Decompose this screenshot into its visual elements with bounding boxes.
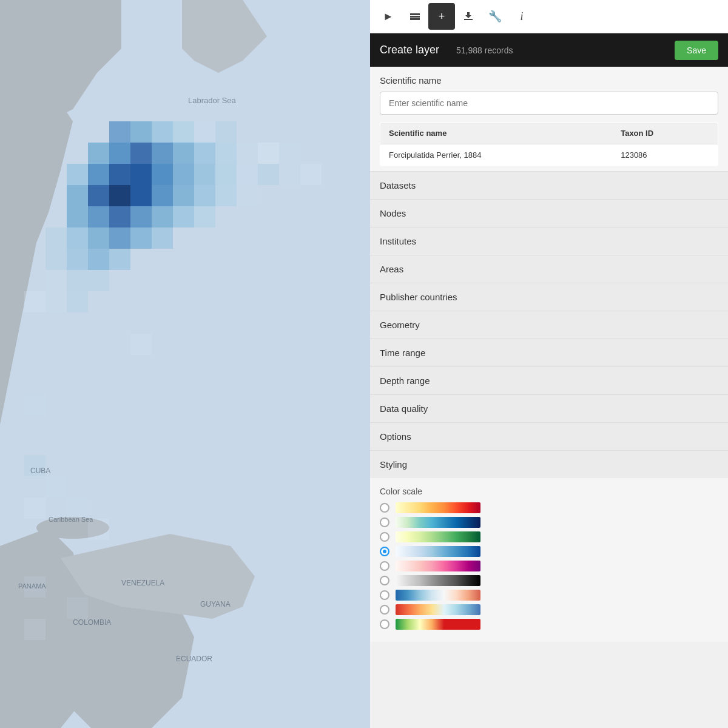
- filter-row-data-quality[interactable]: Data quality: [370, 394, 728, 422]
- scientific-name-table: Scientific name Taxon ID Forcipulatida P…: [380, 122, 718, 166]
- svg-rect-20: [88, 164, 109, 185]
- svg-rect-24: [173, 164, 194, 185]
- svg-rect-51: [130, 228, 152, 249]
- color-scale-row[interactable]: [380, 590, 718, 601]
- content-panel: Scientific name Scientific name Taxon ID…: [370, 67, 728, 728]
- color-scale-row[interactable]: [380, 575, 718, 586]
- table-col-name: Scientific name: [380, 123, 613, 144]
- svg-rect-34: [130, 185, 152, 206]
- color-gradient: [396, 604, 480, 615]
- save-button[interactable]: Save: [675, 41, 718, 60]
- layers-icon[interactable]: [402, 3, 428, 30]
- filter-row-publisher-countries[interactable]: Publisher countries: [370, 283, 728, 311]
- svg-text:Labrador Sea: Labrador Sea: [188, 96, 237, 105]
- svg-rect-18: [279, 143, 300, 164]
- svg-rect-7: [194, 121, 215, 143]
- svg-rect-22: [130, 164, 152, 185]
- color-scale-radio[interactable]: [380, 503, 389, 513]
- color-scale-radio[interactable]: [380, 605, 389, 615]
- scientific-name-label: Scientific name: [380, 75, 718, 86]
- color-scale-row[interactable]: [380, 604, 718, 615]
- svg-rect-33: [109, 185, 130, 206]
- map-area[interactable]: Labrador Sea CUBA Caribbean Sea VENEZUEL…: [0, 0, 370, 728]
- svg-rect-19: [67, 164, 88, 185]
- wrench-icon[interactable]: 🔧: [482, 3, 508, 30]
- color-scale-radio[interactable]: [380, 532, 389, 542]
- svg-rect-71: [24, 619, 46, 640]
- color-scale-row[interactable]: [380, 619, 718, 630]
- svg-rect-8: [215, 121, 237, 143]
- color-scale-row[interactable]: [380, 531, 718, 542]
- filter-row-options[interactable]: Options: [370, 422, 728, 450]
- svg-rect-58: [67, 270, 88, 291]
- svg-rect-12: [152, 143, 173, 164]
- filter-row-institutes[interactable]: Institutes: [370, 227, 728, 255]
- color-scales-list: [380, 502, 718, 630]
- svg-rect-57: [46, 270, 67, 291]
- color-scale-row[interactable]: [380, 502, 718, 513]
- svg-rect-52: [152, 228, 173, 249]
- scientific-name-input[interactable]: [380, 92, 718, 115]
- header-bar: Create layer 51,988 records Save: [370, 33, 728, 67]
- color-scale-radio[interactable]: [380, 547, 389, 556]
- color-scale-row[interactable]: [380, 546, 718, 557]
- svg-rect-40: [67, 206, 88, 228]
- svg-rect-83: [410, 18, 420, 20]
- svg-rect-44: [152, 206, 173, 228]
- svg-rect-23: [152, 164, 173, 185]
- svg-rect-35: [152, 185, 173, 206]
- svg-rect-62: [67, 291, 88, 312]
- svg-rect-5: [152, 121, 173, 143]
- svg-rect-36: [173, 185, 194, 206]
- svg-rect-4: [130, 121, 152, 143]
- color-gradient: [396, 531, 480, 542]
- color-scale-radio[interactable]: [380, 590, 389, 600]
- svg-rect-43: [130, 206, 152, 228]
- table-cell-taxon: 123086: [612, 144, 718, 166]
- color-scale-row[interactable]: [380, 517, 718, 528]
- add-icon[interactable]: +: [428, 3, 455, 30]
- svg-rect-32: [88, 185, 109, 206]
- svg-rect-9: [88, 143, 109, 164]
- color-scale-radio[interactable]: [380, 619, 389, 629]
- filter-row-nodes[interactable]: Nodes: [370, 199, 728, 227]
- filter-rows: DatasetsNodesInstitutesAreasPublisher co…: [370, 171, 728, 478]
- color-scale-row[interactable]: [380, 561, 718, 571]
- filter-row-depth-range[interactable]: Depth range: [370, 366, 728, 394]
- records-count: 51,988 records: [456, 46, 675, 55]
- svg-text:Caribbean Sea: Caribbean Sea: [49, 516, 93, 523]
- table-col-taxon: Taxon ID: [612, 123, 718, 144]
- filter-row-datasets[interactable]: Datasets: [370, 171, 728, 199]
- svg-rect-13: [173, 143, 194, 164]
- table-cell-name: Forcipulatida Perrier, 1884: [380, 144, 613, 166]
- svg-rect-16: [237, 143, 258, 164]
- filter-row-time-range[interactable]: Time range: [370, 339, 728, 366]
- svg-rect-72: [67, 598, 88, 619]
- filter-row-areas[interactable]: Areas: [370, 255, 728, 283]
- download-icon[interactable]: [455, 3, 482, 30]
- svg-rect-29: [279, 164, 300, 185]
- color-gradient: [396, 619, 480, 630]
- page-title: Create layer: [380, 44, 439, 56]
- color-scale-radio[interactable]: [380, 517, 389, 527]
- filter-row-styling[interactable]: Styling: [370, 450, 728, 478]
- svg-rect-10: [109, 143, 130, 164]
- svg-rect-56: [109, 249, 130, 270]
- svg-rect-64: [24, 394, 46, 416]
- table-row[interactable]: Forcipulatida Perrier, 1884 123086: [380, 144, 718, 166]
- color-gradient: [396, 561, 480, 571]
- svg-rect-38: [215, 185, 237, 206]
- svg-rect-81: [410, 13, 420, 15]
- color-scale-radio[interactable]: [380, 576, 389, 585]
- color-scale-radio[interactable]: [380, 561, 389, 571]
- svg-rect-48: [67, 228, 88, 249]
- filter-row-geometry[interactable]: Geometry: [370, 311, 728, 339]
- toolbar: ► + 🔧 i: [370, 0, 728, 33]
- svg-rect-46: [194, 206, 215, 228]
- svg-rect-66: [46, 476, 67, 497]
- svg-rect-25: [194, 164, 215, 185]
- svg-rect-61: [46, 291, 67, 312]
- svg-rect-15: [215, 143, 237, 164]
- info-icon[interactable]: i: [508, 3, 535, 30]
- arrow-icon[interactable]: ►: [375, 3, 402, 30]
